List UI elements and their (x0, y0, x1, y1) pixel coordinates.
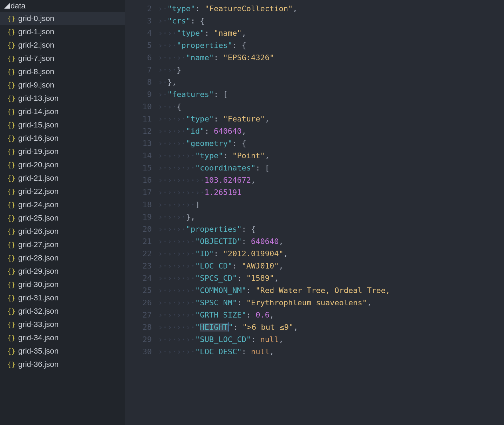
file-row[interactable]: {}grid-0.json (0, 12, 125, 25)
code-line[interactable]: ›·›·"type": "name", (158, 27, 504, 39)
token-str: "EPSG:4326" (223, 53, 274, 62)
code-line[interactable]: ›·›·{ (158, 100, 504, 113)
file-row[interactable]: {}grid-20.json (0, 158, 125, 172)
token-str: "FeatureCollection" (204, 4, 293, 13)
file-row[interactable]: {}grid-16.json (0, 132, 125, 145)
file-row[interactable]: {}grid-9.json (0, 78, 125, 92)
code-line[interactable]: ›·›·›·}, (158, 211, 504, 223)
line-number: 30 (125, 346, 152, 358)
token-pun: }, (168, 78, 177, 86)
file-row[interactable]: {}grid-14.json (0, 105, 125, 118)
indent-guide: ›· (177, 286, 186, 295)
code-line[interactable]: ›·›·›·›·"GRTH_SIZE": 0.6, (158, 309, 504, 321)
code-line[interactable]: ›·›·›·›·"SPSC_NM": "Erythrophleum suaveo… (158, 297, 504, 309)
code-line[interactable]: ›·›·›·"id": 640640, (158, 125, 504, 137)
token-str: ">6 but ≤9" (242, 323, 293, 332)
code-line[interactable]: ›·›·›·›·"LOC_CD": "AWJ010", (158, 260, 504, 272)
code-line[interactable]: ›·›·›·"geometry": { (158, 137, 504, 149)
indent-guide: ›· (158, 212, 168, 221)
line-number: 22 (125, 248, 152, 260)
file-name: grid-22.json (18, 187, 59, 196)
code-line[interactable]: ›·›·} (158, 64, 504, 76)
line-number: 4 (125, 27, 152, 39)
indent-guide: ›· (168, 188, 177, 197)
code-line[interactable]: ›·›·›·"name": "EPSG:4326" (158, 51, 504, 64)
file-row[interactable]: {}grid-35.json (0, 344, 125, 358)
token-pun: }, (186, 212, 196, 221)
file-row[interactable]: {}grid-31.json (0, 291, 125, 305)
indent-guide: ›· (177, 225, 186, 234)
file-name: grid-15.json (18, 120, 59, 130)
indent-guide: ›· (168, 262, 177, 270)
file-row[interactable]: {}grid-15.json (0, 118, 125, 132)
file-row[interactable]: {}grid-19.json (0, 145, 125, 158)
file-row[interactable]: {}grid-29.json (0, 265, 125, 278)
file-row[interactable]: {}grid-34.json (0, 331, 125, 344)
file-row[interactable]: {}grid-7.json (0, 52, 125, 65)
file-row[interactable]: {}grid-22.json (0, 185, 125, 198)
token-pun: : (195, 4, 205, 13)
file-row[interactable]: {}grid-24.json (0, 198, 125, 211)
code-line[interactable]: ›·›·›·"type": "Feature", (158, 113, 504, 125)
json-file-icon: {} (7, 107, 15, 116)
file-tree-sidebar[interactable]: ◢ data {}grid-0.json{}grid-1.json{}grid-… (0, 0, 125, 425)
file-row[interactable]: {}grid-13.json (0, 92, 125, 105)
code-line[interactable]: ›·›·›·›·›·103.624672, (158, 174, 504, 186)
indent-guide: ›· (177, 139, 186, 148)
code-line[interactable]: ›·"type": "FeatureCollection", (158, 2, 504, 15)
indent-guide: ›· (177, 298, 186, 307)
code-line[interactable]: ›·›·›·›·"type": "Point", (158, 149, 504, 162)
json-file-icon: {} (7, 134, 15, 142)
file-row[interactable]: {}grid-25.json (0, 211, 125, 225)
indent-guide: ›· (186, 200, 196, 209)
json-file-icon: {} (7, 334, 15, 342)
json-file-icon: {} (7, 227, 15, 236)
code-line[interactable]: ›·›·›·›·"LOC_DESC": null, (158, 346, 504, 358)
code-line[interactable]: ›·›·›·›·"OBJECTID": 640640, (158, 235, 504, 248)
indent-guide: ›· (158, 41, 168, 50)
code-line[interactable]: ›·›·›·›·] (158, 198, 504, 211)
code-line[interactable]: ›·›·›·›·"ID": "2012.019904", (158, 248, 504, 260)
indent-guide: ›· (186, 262, 196, 270)
file-row[interactable]: {}grid-27.json (0, 238, 125, 251)
indent-guide: ›· (158, 200, 168, 209)
indent-guide: ›· (177, 347, 186, 356)
file-row[interactable]: {}grid-2.json (0, 39, 125, 52)
code-area[interactable]: ›·"type": "FeatureCollection",›·"crs": {… (158, 0, 504, 425)
file-row[interactable]: {}grid-8.json (0, 65, 125, 78)
file-row[interactable]: {}grid-36.json (0, 358, 125, 371)
file-row[interactable]: {}grid-1.json (0, 25, 125, 39)
file-row[interactable]: {}grid-33.json (0, 318, 125, 331)
indent-guide: ›· (168, 225, 177, 234)
code-line[interactable]: ›·"crs": { (158, 15, 504, 27)
code-line[interactable]: ›·}, (158, 76, 504, 88)
code-line[interactable]: ›·›·›·›·›·1.265191 (158, 186, 504, 198)
file-row[interactable]: {}grid-28.json (0, 251, 125, 265)
token-pun: : (232, 262, 242, 270)
token-pun: : (237, 298, 246, 307)
indent-guide: ›· (177, 237, 186, 246)
file-row[interactable]: {}grid-32.json (0, 305, 125, 318)
code-line[interactable]: ›·"features": [ (158, 88, 504, 100)
code-line[interactable]: ›·›·›·›·"COMMON_NM": "Red Water Tree, Or… (158, 284, 504, 297)
code-line[interactable]: ›·›·›·›·"HEIGHT": ">6 but ≤9", (158, 321, 504, 333)
code-line[interactable]: ›·›·›·›·"SUB_LOC_CD": null, (158, 333, 504, 346)
token-key: "type" (186, 114, 214, 123)
code-line[interactable]: ›·›·›·"properties": { (158, 223, 504, 235)
line-number: 8 (125, 76, 152, 88)
code-line[interactable]: ›·›·›·›·"SPCS_CD": "1589", (158, 272, 504, 284)
code-line[interactable]: ›·›·›·›·"coordinates": [ (158, 162, 504, 174)
indent-guide: ›· (177, 262, 186, 270)
token-pun: : (214, 114, 223, 123)
file-row[interactable]: {}grid-21.json (0, 172, 125, 185)
file-row[interactable]: {}grid-26.json (0, 225, 125, 238)
code-line[interactable]: ›·›·"properties": { (158, 39, 504, 51)
folder-row-data[interactable]: ◢ data (0, 0, 125, 12)
line-number: 26 (125, 297, 152, 309)
code-editor[interactable]: 2345678910111213141516171819202122232425… (125, 0, 504, 425)
token-key: "properties" (177, 41, 232, 50)
file-row[interactable]: {}grid-30.json (0, 278, 125, 291)
token-key: "coordinates" (195, 163, 256, 172)
indent-guide: ›· (158, 249, 168, 258)
indent-guide: ›· (158, 262, 168, 270)
